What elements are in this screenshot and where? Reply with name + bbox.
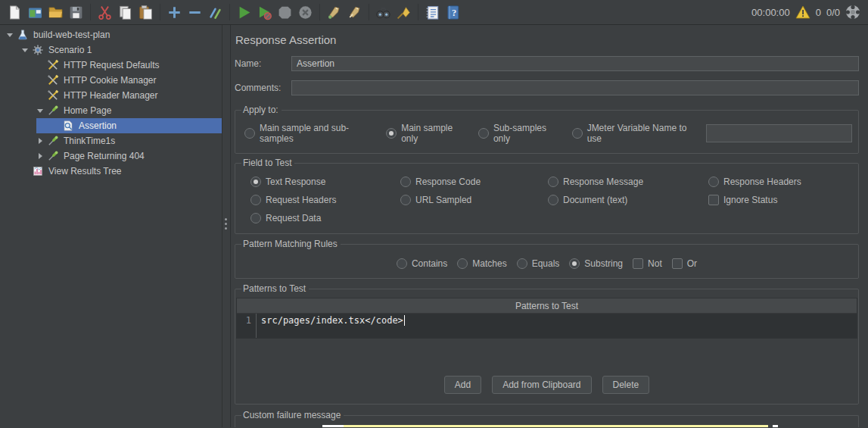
apply-to-option-main-sample-only[interactable]: Main sample only [386, 123, 467, 144]
jmeter-variable-name-input[interactable] [706, 124, 852, 142]
radio-button[interactable] [400, 195, 411, 205]
radio-button[interactable] [572, 128, 583, 139]
name-input[interactable] [291, 56, 859, 71]
tree-item-thinktime1s[interactable]: ThinkTime1s [0, 133, 222, 148]
elapsed-timer: 00:00:00 [751, 7, 790, 18]
comments-input[interactable] [291, 80, 859, 95]
tree-item-label: Home Page [64, 105, 111, 116]
pattern-rule-option-or[interactable]: Or [672, 258, 697, 269]
start-icon[interactable] [234, 2, 254, 23]
tree-item-scenario-1[interactable]: Scenario 1 [0, 42, 222, 58]
option-label: Ignore Status [723, 195, 777, 205]
radio-button[interactable] [250, 195, 261, 205]
option-label: Request Headers [266, 195, 336, 205]
radio-button[interactable] [400, 177, 411, 187]
search-reset-icon[interactable] [394, 2, 414, 23]
tree-collapse-arrow-icon[interactable] [18, 48, 32, 52]
field-to-test-option-url-sampled[interactable]: URL Sampled [400, 191, 548, 209]
field-to-test-option-request-headers[interactable]: Request Headers [250, 191, 400, 209]
tree-item-label: ThinkTime1s [64, 136, 115, 146]
pattern-row-text[interactable]: src/pages/index.tsx</code> [257, 314, 403, 326]
radio-button[interactable] [517, 258, 527, 269]
delete-button[interactable]: Delete [602, 376, 650, 394]
radio-button[interactable] [397, 258, 407, 269]
field-to-test-option-response-message[interactable]: Response Message [548, 173, 708, 191]
field-to-test-option-text-response[interactable]: Text Response [250, 173, 400, 191]
tree-expand-arrow-icon[interactable] [33, 153, 47, 159]
search-icon[interactable] [373, 2, 394, 23]
radio-button[interactable] [478, 128, 489, 139]
stop-icon[interactable] [275, 2, 295, 23]
warning-count: 0 [816, 7, 821, 18]
remove-icon[interactable] [185, 2, 205, 23]
tree-item-build-web-test-plan[interactable]: build-web-test-plan [0, 27, 222, 42]
start-no-pauses-icon[interactable] [254, 2, 275, 23]
field-to-test-option-response-code[interactable]: Response Code [400, 173, 548, 191]
patterns-table: Patterns to Test 1src/pages/index.tsx</c… [236, 298, 857, 339]
radio-button[interactable] [250, 213, 261, 223]
test-plan-icon [17, 29, 30, 41]
custom-failure-editor[interactable]: 1 [322, 425, 778, 427]
tree-item-view-results-tree[interactable]: View Results Tree [0, 164, 222, 179]
custom-failure-fieldset: Custom failure message 1 [235, 410, 859, 427]
radio-button[interactable] [548, 177, 558, 187]
clear-all-icon[interactable] [344, 2, 365, 23]
tree-expand-arrow-icon[interactable] [33, 138, 47, 144]
templates-icon[interactable] [25, 2, 45, 23]
tree-item-assertion[interactable]: Assertion [0, 118, 222, 133]
cut-icon[interactable] [95, 2, 115, 23]
new-file-icon[interactable] [5, 2, 25, 23]
function-helper-icon[interactable] [422, 2, 443, 23]
help-icon[interactable]: ? [443, 2, 463, 23]
pattern-rule-option-contains[interactable]: Contains [397, 258, 447, 269]
paste-icon[interactable] [135, 2, 156, 23]
radio-button[interactable] [548, 195, 558, 205]
name-row: Name: [235, 56, 859, 71]
radio-button[interactable] [386, 128, 397, 139]
tree-collapse-arrow-icon[interactable] [33, 109, 47, 113]
field-to-test-option-ignore-status[interactable]: Ignore Status [708, 191, 852, 209]
tree-item-page-returning-404[interactable]: Page Returning 404 [0, 148, 222, 164]
field-to-test-option-response-headers[interactable]: Response Headers [708, 173, 852, 191]
add-button[interactable]: Add [444, 376, 481, 394]
apply-to-option-jmeter-variable-name-to-use[interactable]: JMeter Variable Name to use [572, 123, 696, 144]
radio-button[interactable] [708, 177, 719, 187]
pattern-rule-option-matches[interactable]: Matches [457, 258, 506, 269]
radio-button[interactable] [244, 128, 255, 139]
radio-button[interactable] [569, 258, 580, 269]
editor-scrollbar[interactable] [773, 425, 778, 427]
toggle-icon[interactable] [205, 2, 226, 23]
option-label: JMeter Variable Name to use [587, 123, 696, 144]
save-file-icon[interactable] [66, 2, 86, 23]
warning-icon[interactable] [795, 5, 810, 19]
checkbox[interactable] [633, 258, 643, 269]
add-icon[interactable] [164, 2, 185, 23]
checkbox[interactable] [672, 258, 683, 269]
pattern-rule-option-substring[interactable]: Substring [569, 258, 623, 269]
apply-to-options: Main sample and sub-samplesMain sample o… [241, 117, 852, 148]
apply-to-option-sub-samples-only[interactable]: Sub-samples only [478, 123, 561, 144]
radio-button[interactable] [250, 177, 261, 187]
sampler-icon [47, 135, 60, 147]
field-to-test-option-document-text-[interactable]: Document (text) [548, 191, 708, 209]
tree-collapse-arrow-icon[interactable] [3, 33, 17, 37]
pattern-rule-option-equals[interactable]: Equals [517, 258, 560, 269]
tree-item-http-header-manager[interactable]: HTTP Header Manager [0, 88, 222, 103]
tree-item-http-request-defaults[interactable]: HTTP Request Defaults [0, 58, 222, 73]
field-to-test-option-request-data[interactable]: Request Data [250, 209, 400, 227]
copy-icon[interactable] [115, 2, 135, 23]
add-from-clipboard-button[interactable]: Add from Clipboard [492, 376, 591, 394]
radio-button[interactable] [457, 258, 468, 269]
apply-to-option-main-sample-and-sub-samples[interactable]: Main sample and sub-samples [244, 123, 375, 144]
checkbox[interactable] [708, 195, 719, 205]
pattern-row[interactable]: 1src/pages/index.tsx</code> [237, 314, 857, 338]
panel-splitter[interactable] [222, 25, 231, 427]
tree-item-http-cookie-manager[interactable]: HTTP Cookie Manager [0, 73, 222, 88]
pattern-rule-option-not[interactable]: Not [633, 258, 662, 269]
editor-active-line[interactable] [344, 425, 768, 427]
clear-icon[interactable] [324, 2, 344, 23]
toolbar-separator [160, 4, 160, 20]
open-file-icon[interactable] [45, 2, 66, 23]
tree-item-home-page[interactable]: Home Page [0, 103, 222, 118]
shutdown-icon[interactable] [295, 2, 316, 23]
